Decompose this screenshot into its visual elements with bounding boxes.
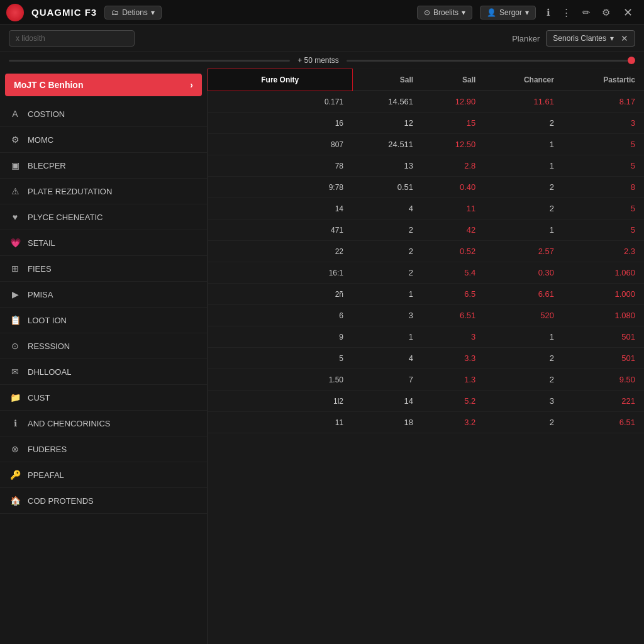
cell-c1-0: 0.171 xyxy=(208,91,353,113)
table-row: 5 4 3.3 2 501 xyxy=(208,348,645,369)
table-row: 807 24.511 12.50 1 5 xyxy=(208,134,645,155)
info-button[interactable]: ℹ xyxy=(543,6,553,19)
cell-c5-2: 5 xyxy=(563,134,644,155)
settings-button[interactable]: ⚙ xyxy=(599,6,613,19)
table-row: 78 13 2.8 1 5 xyxy=(208,155,645,177)
table-row: 16:1 2 5.4 0.30 1.060 xyxy=(208,262,645,284)
col-header-pastartic: Pastartic xyxy=(563,69,644,91)
cell-c5-4: 8 xyxy=(563,177,644,198)
sidebar-item-11[interactable]: 📁 CUST xyxy=(0,385,207,411)
sidebar-item-icon-8: 📋 xyxy=(9,314,21,326)
sidebar-item-13[interactable]: ⊗ FUDERES xyxy=(0,436,207,462)
sidebar-item-label-7: PMISA xyxy=(28,290,53,299)
cell-c5-5: 5 xyxy=(563,198,644,219)
cell-c2-13: 7 xyxy=(352,369,422,391)
more-button[interactable]: ⋮ xyxy=(558,6,574,19)
cell-c1-15: 11 xyxy=(208,412,353,433)
sidebar-item-8[interactable]: 📋 LOOT ION xyxy=(0,308,207,333)
cell-c5-3: 5 xyxy=(563,155,644,177)
window-controls: ℹ ⋮ ✏ ⚙ ✕ xyxy=(543,4,638,21)
table-row: 9 1 3 1 501 xyxy=(208,326,645,348)
sidebar-item-6[interactable]: ⊞ FIEES xyxy=(0,256,207,282)
chevron-down-icon: ▾ xyxy=(151,8,155,17)
sidebar-header-button[interactable]: MoJT C Benhion › xyxy=(5,74,202,96)
sidebar-item-label-9: RESSSION xyxy=(28,341,70,351)
cell-c1-7: 22 xyxy=(208,241,353,262)
sidebar-header-label: MoJT C Benhion xyxy=(14,80,83,90)
cell-c3-13: 1.3 xyxy=(422,369,484,391)
data-table: Fure Onity Sall Sall Chancer Pastartic 0… xyxy=(208,69,644,433)
sidebar-item-10[interactable]: ✉ DHLLOOAL xyxy=(0,359,207,385)
cell-c3-0: 12.90 xyxy=(422,91,484,113)
sidebar-item-5[interactable]: 💗 SETAIL xyxy=(0,230,207,256)
sidebar-item-0[interactable]: A COSTION xyxy=(0,101,207,127)
cell-c5-13: 9.50 xyxy=(563,369,644,391)
cell-c3-11: 3 xyxy=(422,326,484,348)
cell-c4-14: 3 xyxy=(484,391,563,412)
cell-c1-11: 9 xyxy=(208,326,353,348)
sidebar-item-14[interactable]: 🔑 PPEAFAL xyxy=(0,462,207,488)
searchbar-row: Planker Senoris Clantes ▾ ✕ xyxy=(0,25,644,52)
cell-c5-8: 1.060 xyxy=(563,262,644,284)
cell-c4-10: 520 xyxy=(484,305,563,326)
close-window-button[interactable]: ✕ xyxy=(618,4,638,21)
cell-c4-8: 0.30 xyxy=(484,262,563,284)
sidebar-item-label-1: MOMC xyxy=(28,135,53,145)
cell-c3-9: 6.5 xyxy=(422,284,484,305)
sidebar-item-9[interactable]: ⊙ RESSSION xyxy=(0,333,207,359)
planer-dropdown[interactable]: Senoris Clantes ▾ ✕ xyxy=(546,30,635,47)
col-header-fure-onity[interactable]: Fure Onity xyxy=(208,69,353,91)
sidebar-item-icon-5: 💗 xyxy=(9,236,21,249)
sidebar-item-icon-15: 🏠 xyxy=(9,494,21,507)
sidebar-item-icon-6: ⊞ xyxy=(9,262,21,275)
sidebar-item-label-3: PLATE REZDUTATION xyxy=(28,187,112,196)
cell-c1-12: 5 xyxy=(208,348,353,369)
table-row: 14 4 11 2 5 xyxy=(208,198,645,219)
sidebar-item-2[interactable]: ▣ BLECPER xyxy=(0,153,207,179)
sidebar-item-7[interactable]: ▶ PMISA xyxy=(0,282,207,308)
sidebar-item-icon-2: ▣ xyxy=(9,159,21,172)
table-row: 16 12 15 2 3 xyxy=(208,113,645,134)
sergor-button[interactable]: 👤 Sergor ▾ xyxy=(480,6,536,19)
progress-label: + 50 mentss xyxy=(290,56,347,65)
progress-bar-left xyxy=(9,60,290,62)
cell-c3-7: 0.52 xyxy=(422,241,484,262)
cell-c1-1: 16 xyxy=(208,113,353,134)
sidebar-item-12[interactable]: ℹ AND CHENCORINICS xyxy=(0,411,207,436)
main-area: MoJT C Benhion › A COSTION ⚙ MOMC ▣ BLEC… xyxy=(0,69,644,644)
progress-row: + 50 mentss xyxy=(0,52,644,69)
table-header-row: Fure Onity Sall Sall Chancer Pastartic xyxy=(208,69,645,91)
cell-c2-5: 4 xyxy=(352,198,422,219)
cell-c2-12: 4 xyxy=(352,348,422,369)
cell-c4-1: 2 xyxy=(484,113,563,134)
broelits-button[interactable]: ⊙ Broelits ▾ xyxy=(417,6,472,19)
table-area: Fure Onity Sall Sall Chancer Pastartic 0… xyxy=(208,69,644,644)
sidebar-item-label-12: AND CHENCORINICS xyxy=(28,419,110,428)
cell-c1-6: 471 xyxy=(208,219,353,241)
edit-button[interactable]: ✏ xyxy=(579,6,594,19)
detions-button[interactable]: 🗂 Detions ▾ xyxy=(104,6,162,19)
search-input[interactable] xyxy=(9,30,135,47)
cell-c1-13: 1.50 xyxy=(208,369,353,391)
cell-c5-6: 5 xyxy=(563,219,644,241)
cell-c4-15: 2 xyxy=(484,412,563,433)
cell-c4-13: 2 xyxy=(484,369,563,391)
sidebar-item-icon-1: ⚙ xyxy=(9,133,21,146)
cell-c4-4: 2 xyxy=(484,177,563,198)
sidebar-item-4[interactable]: ♥ PLYCE CHENEATIC xyxy=(0,204,207,230)
sidebar-item-15[interactable]: 🏠 COD PROTENDS xyxy=(0,488,207,514)
cell-c1-8: 16:1 xyxy=(208,262,353,284)
sidebar-item-icon-11: 📁 xyxy=(9,391,21,404)
sidebar-item-icon-3: ⚠ xyxy=(9,185,21,197)
sidebar-item-1[interactable]: ⚙ MOMC xyxy=(0,127,207,153)
table-row: 471 2 42 1 5 xyxy=(208,219,645,241)
sidebar-item-icon-12: ℹ xyxy=(9,417,21,430)
planer-close-icon[interactable]: ✕ xyxy=(621,33,628,43)
cell-c3-3: 2.8 xyxy=(422,155,484,177)
sidebar-item-3[interactable]: ⚠ PLATE REZDUTATION xyxy=(0,179,207,204)
user-icon: 👤 xyxy=(487,8,496,17)
cell-c5-10: 1.080 xyxy=(563,305,644,326)
cell-c3-14: 5.2 xyxy=(422,391,484,412)
cell-c2-9: 1 xyxy=(352,284,422,305)
cell-c5-0: 8.17 xyxy=(563,91,644,113)
